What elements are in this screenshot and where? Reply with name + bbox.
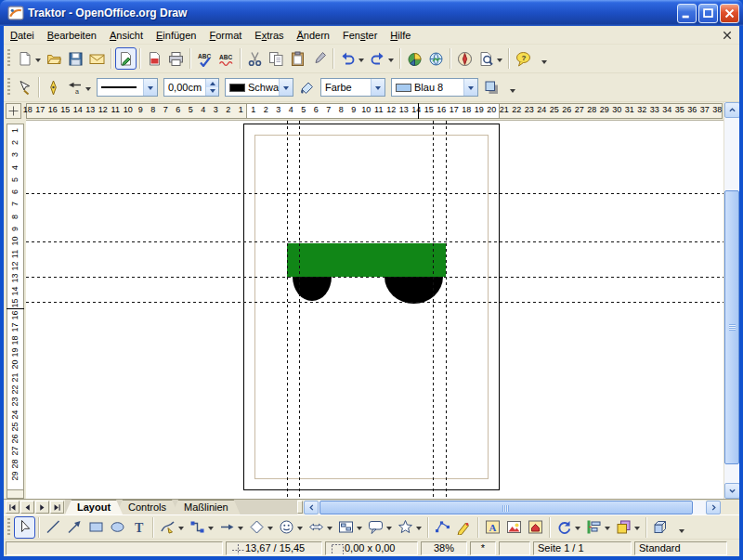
horizontal-ruler[interactable]: 1817161514131211109876543211234567891011… <box>26 102 723 121</box>
scroll-down-icon[interactable] <box>724 483 739 499</box>
snap-guide-horizontal[interactable] <box>26 277 723 278</box>
copy-button[interactable] <box>266 47 287 70</box>
extrusion-button[interactable] <box>650 516 671 539</box>
curve-button[interactable] <box>157 516 187 539</box>
vertical-scrollbar[interactable] <box>723 102 739 499</box>
line-style-combo[interactable] <box>97 78 158 97</box>
spin-up-button[interactable] <box>206 79 218 87</box>
menu-datei[interactable]: Datei <box>4 27 41 44</box>
close-document-icon[interactable] <box>721 29 734 42</box>
previous-page-icon[interactable] <box>20 501 34 514</box>
line-width-spinner[interactable]: 0,00cm <box>163 78 219 97</box>
snap-guide-vertical[interactable] <box>299 121 300 499</box>
snap-guide-vertical[interactable] <box>446 121 447 499</box>
toolbar-options-icon[interactable] <box>505 77 516 98</box>
chart-button[interactable] <box>404 47 425 70</box>
drawing-canvas[interactable] <box>26 121 723 499</box>
menu-bearbeiten[interactable]: Bearbeiten <box>41 27 103 44</box>
tab-layout[interactable]: Layout <box>65 500 123 514</box>
dropdown-arrow-icon[interactable] <box>238 527 243 533</box>
fill-color-combo[interactable]: Blau 8 <box>391 78 478 97</box>
connector-button[interactable] <box>187 516 216 539</box>
select-button[interactable] <box>14 516 35 539</box>
dropdown-arrow-icon[interactable] <box>267 527 273 533</box>
scroll-right-icon[interactable] <box>706 501 721 514</box>
email-button[interactable] <box>86 47 108 70</box>
block-arrow-button[interactable] <box>216 516 246 539</box>
tab-controls[interactable]: Controls <box>116 500 178 514</box>
combo-dropdown-button[interactable] <box>279 79 293 96</box>
menu-hilfe[interactable]: Hilfe <box>384 27 417 44</box>
help-button[interactable]: ? <box>513 47 534 70</box>
rotate-button[interactable] <box>554 516 583 539</box>
glue-points-button[interactable] <box>453 516 475 539</box>
tab-malinien[interactable]: Maßlinien <box>172 500 241 514</box>
status-style-field[interactable]: Standard <box>634 541 727 555</box>
dropdown-arrow-icon[interactable] <box>388 59 394 65</box>
dropdown-arrow-icon[interactable] <box>416 527 422 533</box>
star-button[interactable] <box>395 516 424 539</box>
block-arrows-button[interactable] <box>306 516 335 539</box>
snap-guide-horizontal[interactable] <box>26 241 723 242</box>
dropdown-arrow-icon[interactable] <box>327 527 332 533</box>
titlebar[interactable]: Traktor - OpenOffice.org Draw <box>0 0 743 26</box>
edit-file-button[interactable] <box>115 47 137 70</box>
snap-guide-horizontal[interactable] <box>26 302 723 303</box>
maximize-button[interactable] <box>698 4 718 23</box>
menu-einfgen[interactable]: Einfügen <box>150 27 202 44</box>
redo-button[interactable] <box>367 47 397 70</box>
line-button[interactable] <box>43 516 64 539</box>
dropdown-arrow-icon[interactable] <box>605 527 610 533</box>
dropdown-arrow-icon[interactable] <box>178 527 184 533</box>
arrow-button[interactable] <box>64 516 85 539</box>
toolbar-options-icon[interactable] <box>674 517 685 538</box>
export-pdf-button[interactable] <box>144 47 165 70</box>
arrange-button[interactable] <box>613 516 643 539</box>
dropdown-arrow-icon[interactable] <box>35 59 41 65</box>
fontwork-button[interactable]: A <box>482 516 503 539</box>
rectangle-button[interactable] <box>85 516 107 539</box>
dropdown-arrow-icon[interactable] <box>575 527 580 533</box>
ruler-origin-icon[interactable] <box>6 103 21 119</box>
line-color-combo[interactable]: Schwar <box>225 78 293 97</box>
last-page-icon[interactable] <box>50 501 64 514</box>
pane-splitter[interactable] <box>297 501 303 514</box>
open-button[interactable] <box>44 47 65 70</box>
page[interactable] <box>243 124 500 490</box>
text-button[interactable]: T <box>128 516 150 539</box>
close-button[interactable] <box>720 4 739 23</box>
dropdown-arrow-icon[interactable] <box>208 527 214 533</box>
paste-button[interactable] <box>287 47 308 70</box>
snap-guide-vertical[interactable] <box>433 121 434 499</box>
gallery-button[interactable] <box>425 47 447 70</box>
toolbar-options-icon[interactable] <box>537 48 548 69</box>
dropdown-arrow-icon[interactable] <box>358 59 364 65</box>
menu-ansicht[interactable]: Ansicht <box>103 27 150 44</box>
dropdown-arrow-icon[interactable] <box>85 87 91 94</box>
edit-points-mode-button[interactable] <box>14 76 35 98</box>
print-button[interactable] <box>165 47 187 70</box>
arrow-style-button[interactable]: a <box>64 76 94 98</box>
spellcheck-button[interactable]: ABC <box>194 47 215 70</box>
area-dialog-button[interactable] <box>296 76 318 98</box>
next-page-icon[interactable] <box>35 501 49 514</box>
horizontal-scroll-thumb[interactable] <box>319 501 693 514</box>
new-document-button[interactable] <box>14 47 44 70</box>
snap-guide-horizontal[interactable] <box>26 193 723 194</box>
basic-shapes-button[interactable] <box>246 516 276 539</box>
menu-extras[interactable]: Extras <box>248 27 290 44</box>
dropdown-arrow-icon[interactable] <box>297 527 303 533</box>
shadow-button[interactable] <box>481 76 502 98</box>
save-button[interactable] <box>65 47 86 70</box>
edit-points-button[interactable] <box>432 516 453 539</box>
status-zoom-field[interactable]: 38% <box>421 541 467 555</box>
menu-format[interactable]: Format <box>202 27 248 44</box>
combo-dropdown-button[interactable] <box>143 79 157 96</box>
toolbar-grip[interactable] <box>7 78 10 97</box>
toolbar-grip[interactable] <box>7 49 10 68</box>
format-paintbrush-button[interactable] <box>308 47 330 70</box>
menu-fenster[interactable]: Fenster <box>336 27 384 44</box>
first-page-icon[interactable] <box>6 501 20 514</box>
dropdown-arrow-icon[interactable] <box>497 59 502 65</box>
combo-dropdown-button[interactable] <box>371 79 385 96</box>
